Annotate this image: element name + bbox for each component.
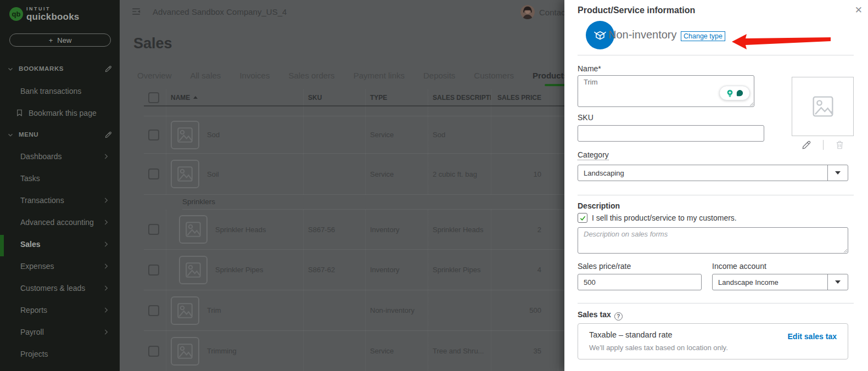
select-all-checkbox[interactable]: [148, 92, 159, 103]
income-account-select[interactable]: Landscape Income: [712, 274, 848, 290]
chevron-right-icon: [102, 196, 110, 204]
user-avatar[interactable]: [520, 5, 535, 19]
lightbulb-idea-icon: [726, 89, 734, 97]
new-button[interactable]: + New: [9, 33, 111, 47]
company-name[interactable]: Advanced Sandbox Company_US_4: [153, 7, 287, 16]
divider: [578, 195, 854, 195]
tab-products[interactable]: Products: [533, 71, 568, 80]
sidebar-item-bookmark-this-page[interactable]: Bookmark this page: [29, 109, 114, 117]
help-icon[interactable]: ?: [614, 312, 623, 321]
row-checkbox[interactable]: [148, 168, 159, 179]
sidebar-item-reports[interactable]: Reports: [20, 306, 114, 314]
chevron-right-icon: [102, 284, 110, 292]
product-image-placeholder-icon: [179, 256, 208, 284]
drawer-title: Product/Service information: [578, 5, 695, 15]
chevron-right-icon: [102, 153, 110, 160]
sidebar-item-dashboards[interactable]: Dashboards: [20, 152, 114, 161]
menu-section-header[interactable]: MENU: [19, 131, 38, 138]
plus-icon: +: [49, 36, 53, 44]
chevron-right-icon: [102, 240, 110, 248]
tax-rate-note: We'll apply sales tax based on location …: [589, 344, 728, 352]
tab-sales-orders[interactable]: Sales orders: [288, 71, 334, 80]
column-header-sales-price[interactable]: SALES PRICE: [491, 89, 558, 105]
assist-bubble-icon: [736, 89, 744, 97]
sidebar-item-sales[interactable]: Sales: [20, 240, 114, 249]
category-select[interactable]: Landscaping: [578, 165, 848, 181]
product-image-placeholder-icon: [179, 215, 208, 244]
edit-image-pencil-icon[interactable]: [801, 139, 812, 150]
sidebar-item-transactions[interactable]: Transactions: [20, 196, 114, 205]
contact-label[interactable]: Contact: [539, 8, 564, 17]
tab-payment-links[interactable]: Payment links: [354, 71, 405, 80]
resize-handle-icon[interactable]: [843, 248, 848, 253]
tab-deposits[interactable]: Deposits: [423, 71, 455, 80]
group-label: Sprinklers: [182, 198, 215, 206]
sidebar: qb intuit quickbooks + New BOOKMARKS Ban…: [0, 0, 120, 371]
column-header-sales-description[interactable]: SALES DESCRIPTION: [428, 89, 491, 105]
sell-checkbox[interactable]: [578, 213, 587, 223]
name-label: Name*: [578, 64, 601, 73]
chevron-down-icon[interactable]: [827, 165, 848, 181]
row-checkbox[interactable]: [148, 346, 159, 357]
chevron-down-icon[interactable]: [827, 274, 848, 290]
sales-tax-box: Taxable – standard rate We'll apply sale…: [578, 323, 848, 359]
change-type-link[interactable]: Change type: [681, 31, 725, 41]
image-placeholder-icon: [809, 92, 837, 121]
column-header-sku[interactable]: SKU: [303, 89, 365, 105]
sku-input[interactable]: [578, 125, 764, 142]
sidebar-item-bank-transactions[interactable]: Bank transactions: [20, 87, 114, 95]
edit-bookmarks-pencil-icon[interactable]: [104, 65, 113, 73]
close-icon[interactable]: ✕: [853, 3, 865, 17]
column-header-type[interactable]: TYPE: [365, 89, 428, 105]
chevron-down-icon[interactable]: [7, 131, 14, 139]
description-label: Description: [578, 201, 620, 210]
sales-price-label: Sales price/rate: [578, 262, 631, 271]
qb-logo-icon: qb: [9, 7, 23, 21]
chevron-down-icon[interactable]: [7, 65, 14, 73]
sales-tax-label: Sales tax?: [578, 310, 623, 321]
tab-overview[interactable]: Overview: [137, 71, 172, 80]
column-header-name[interactable]: NAME: [166, 89, 303, 105]
sort-asc-icon: [193, 96, 198, 99]
bookmarks-section-header[interactable]: BOOKMARKS: [19, 65, 64, 72]
tab-customers[interactable]: Customers: [474, 71, 514, 80]
product-image-placeholder-icon: [171, 121, 199, 149]
edit-menu-pencil-icon[interactable]: [104, 131, 113, 139]
tab-invoices[interactable]: Invoices: [239, 71, 270, 80]
sidebar-item-projects[interactable]: Projects: [20, 350, 114, 358]
collapse-menu-icon[interactable]: [131, 7, 142, 16]
chevron-right-icon: [102, 328, 110, 336]
tab-all-sales[interactable]: All sales: [191, 71, 221, 80]
sidebar-item-advanced-accounting[interactable]: Advanced accounting: [20, 218, 114, 227]
edit-sales-tax-link[interactable]: Edit sales tax: [788, 332, 837, 341]
sidebar-item-customers-leads[interactable]: Customers & leads: [20, 284, 114, 293]
row-checkbox[interactable]: [148, 224, 159, 235]
product-type-name: Non-inventory: [608, 29, 677, 41]
row-checkbox[interactable]: [148, 305, 159, 316]
resize-handle-icon[interactable]: [749, 102, 754, 106]
row-checkbox[interactable]: [148, 130, 159, 140]
chevron-right-icon: [102, 262, 110, 270]
open-box-icon: [592, 27, 608, 43]
page-title: Sales: [133, 35, 172, 52]
sidebar-item-expenses[interactable]: Expenses: [20, 262, 114, 271]
delete-image-trash-icon[interactable]: [835, 139, 845, 150]
chevron-right-icon: [102, 218, 110, 226]
tab-bar: Overview All sales Invoices Sales orders…: [137, 71, 568, 80]
avatar-photo: [520, 5, 535, 19]
sidebar-item-tasks[interactable]: Tasks: [20, 174, 114, 183]
quickbooks-logo[interactable]: qb intuit quickbooks: [9, 7, 79, 21]
chevron-right-icon: [102, 306, 110, 314]
category-label: Category: [578, 150, 609, 159]
image-upload-box[interactable]: [792, 77, 854, 136]
sales-price-input[interactable]: [578, 274, 702, 290]
checkmark-icon: [579, 215, 586, 222]
row-checkbox[interactable]: [148, 265, 159, 276]
sku-label: SKU: [578, 113, 593, 122]
income-account-label: Income account: [712, 262, 766, 271]
active-indicator: [0, 235, 4, 256]
description-input[interactable]: [578, 227, 848, 254]
intuit-assist-badge[interactable]: [719, 86, 750, 100]
divider: [578, 303, 854, 303]
sidebar-item-payroll[interactable]: Payroll: [20, 328, 114, 336]
